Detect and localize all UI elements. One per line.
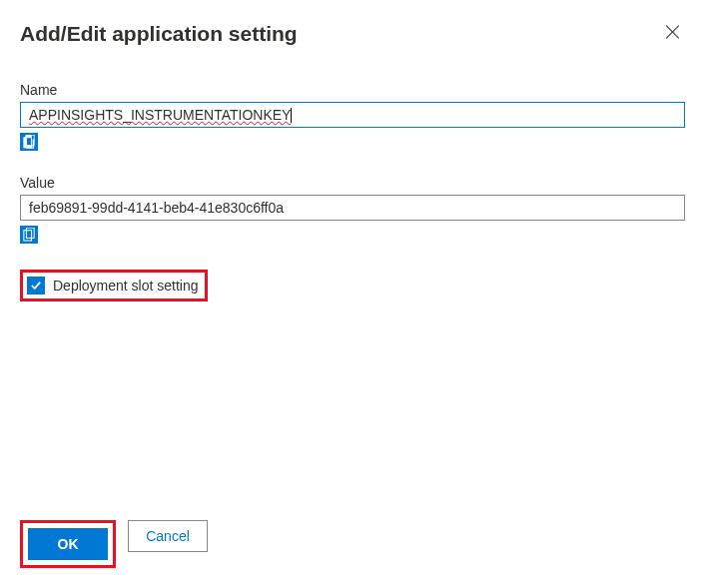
name-input-value: APPINSIGHTS_INSTRUMENTATIONKEY bbox=[29, 107, 291, 123]
deployment-slot-setting-row: Deployment slot setting bbox=[20, 270, 208, 301]
value-field-block: Value bbox=[20, 175, 685, 246]
name-label: Name bbox=[20, 82, 685, 98]
ok-highlight: OK bbox=[20, 520, 116, 568]
copy-icon[interactable] bbox=[20, 226, 38, 244]
panel-title: Add/Edit application setting bbox=[20, 22, 298, 46]
deployment-slot-checkbox[interactable] bbox=[27, 277, 45, 294]
cancel-button[interactable]: Cancel bbox=[128, 520, 208, 552]
copy-icon[interactable] bbox=[20, 133, 38, 151]
footer: OK Cancel bbox=[20, 510, 685, 568]
svg-rect-2 bbox=[24, 231, 32, 241]
svg-rect-3 bbox=[26, 228, 34, 238]
name-input[interactable]: APPINSIGHTS_INSTRUMENTATIONKEY bbox=[20, 102, 685, 128]
ok-button[interactable]: OK bbox=[28, 528, 108, 560]
text-caret bbox=[291, 108, 292, 123]
deployment-slot-label: Deployment slot setting bbox=[53, 278, 199, 294]
value-input[interactable] bbox=[20, 195, 685, 221]
value-label: Value bbox=[20, 175, 685, 191]
name-field-block: Name APPINSIGHTS_INSTRUMENTATIONKEY bbox=[20, 82, 685, 153]
close-icon[interactable] bbox=[665, 24, 681, 40]
